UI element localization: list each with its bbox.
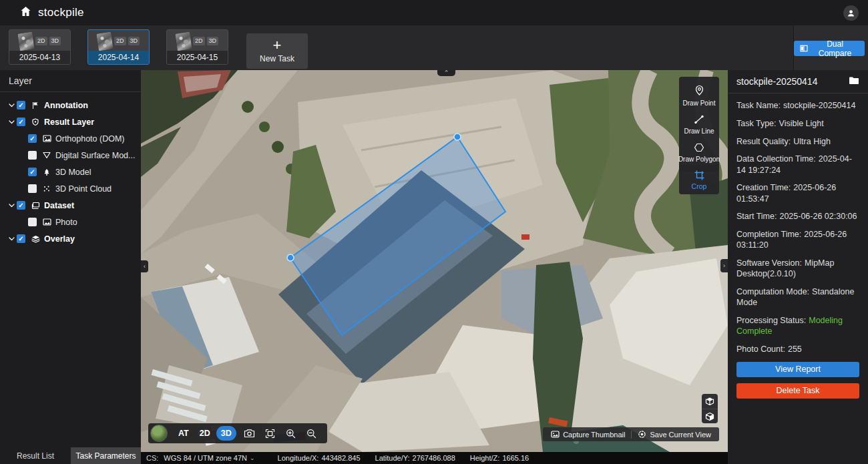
task-date: 2025-04-15 [167, 51, 228, 64]
height-readout: Height/Z:1665.16 [470, 454, 529, 462]
layer-row-3d-point-cloud[interactable]: 3D Point Cloud [0, 180, 141, 197]
layer-label: 3D Model [55, 168, 91, 177]
fit-view-button[interactable] [263, 426, 278, 441]
3d-view-button[interactable]: 3D [216, 426, 236, 441]
cs-value[interactable]: WGS 84 / UTM zone 47N [164, 454, 247, 462]
user-avatar[interactable] [843, 5, 859, 21]
draw-polygon-label: Draw Polygon [678, 156, 720, 163]
chevron-down-icon[interactable] [9, 103, 17, 107]
badge-2d[interactable]: 2D [35, 37, 47, 45]
checkbox[interactable] [28, 218, 37, 226]
layer-row-annotation[interactable]: ✓ Annotation [0, 97, 141, 113]
badge-3d[interactable]: 3D [128, 37, 140, 45]
checkbox[interactable]: ✓ [17, 118, 25, 126]
field-task-name: Task Name:stockpile-20250414 [736, 100, 859, 111]
tab-result-list[interactable]: Result List [0, 447, 71, 464]
draw-point-tool[interactable]: Draw Point [679, 81, 719, 111]
field-data-collection-time: Data Collection Time:2025-04-14 19:27:24 [736, 154, 859, 176]
delete-task-button[interactable]: Delete Task [736, 383, 859, 399]
layer-label: 3D Point Cloud [55, 184, 112, 194]
draw-polygon-tool[interactable]: Draw Polygon [679, 140, 719, 168]
2d-view-button[interactable]: 2D [195, 426, 215, 441]
camera-icon [244, 429, 255, 438]
cube-side-view-button[interactable] [702, 409, 718, 423]
at-view-button[interactable]: AT [174, 426, 194, 441]
checkbox[interactable]: ✓ [17, 201, 25, 210]
photo-icon [42, 218, 51, 226]
view-mode-group: AT 2D 3D [174, 426, 236, 441]
point-cloud-icon [42, 185, 51, 193]
triangle-down-icon [42, 152, 51, 159]
task-panel-body: Task Name:stockpile-20250414 Task Type:V… [728, 93, 868, 399]
aerial-map-viewport[interactable]: ⌃ ‹ › Draw Point Draw Line Draw Pol [141, 70, 728, 452]
checkbox[interactable]: ✓ [17, 101, 25, 109]
badge-2d[interactable]: 2D [193, 37, 205, 45]
bottom-tabs: Result List Task Parameters [0, 447, 141, 464]
checkbox[interactable]: ✓ [17, 234, 25, 243]
cube-side-icon [705, 412, 714, 421]
task-card-2025-04-15[interactable]: 2D 3D 2025-04-15 [166, 29, 228, 65]
dual-compare-button[interactable]: Dual Compare [794, 41, 865, 56]
layer-row-result-layer[interactable]: ✓ Result Layer [0, 113, 141, 130]
chevron-left-icon: ‹ [144, 264, 146, 270]
folder-icon[interactable] [849, 75, 859, 87]
layer-label: Result Layer [44, 118, 94, 127]
layer-row-overlay[interactable]: ✓ Overlay [0, 230, 141, 247]
cs-label: CS: [146, 454, 158, 462]
layer-label: Orthophoto (DOM) [55, 134, 125, 144]
layer-label: Dataset [44, 201, 74, 210]
aerial-imagery [141, 70, 728, 452]
task-thumb-zone: 2D 3D [9, 30, 70, 51]
chevron-down-icon[interactable] [9, 120, 17, 124]
checkbox[interactable] [28, 151, 37, 160]
task-panel-title: stockpile-20250414 [736, 76, 849, 87]
draw-line-tool[interactable]: Draw Line [679, 111, 719, 140]
plus-icon: + [273, 39, 282, 52]
badge-2d[interactable]: 2D [114, 37, 126, 45]
layer-row-orthophoto[interactable]: ✓ Orthophoto (DOM) [0, 130, 141, 147]
checkbox[interactable]: ✓ [28, 134, 37, 143]
zoom-out-button[interactable] [304, 426, 319, 441]
checkbox[interactable]: ✓ [28, 168, 37, 176]
task-card-2025-04-14[interactable]: 2D 3D 2025-04-14 [87, 29, 150, 65]
field-task-type: Task Type:Visible Light [736, 118, 859, 129]
task-thumbnail-image [96, 31, 113, 51]
field-completion-time: Completion Time:2025-06-26 03:11:20 [736, 229, 859, 251]
mini-map-globe[interactable] [150, 425, 168, 442]
collapse-top-panel-button[interactable]: ⌃ [437, 70, 455, 76]
view-report-button[interactable]: View Report [736, 362, 859, 377]
cube-top-view-button[interactable] [702, 394, 718, 409]
chevron-down-icon[interactable] [9, 237, 17, 241]
task-panel-header: stockpile-20250414 [728, 70, 868, 93]
layer-label: Overlay [44, 234, 75, 244]
map-bottom-toolbar: AT 2D 3D [148, 423, 327, 443]
layer-row-dataset[interactable]: ✓ Dataset [0, 197, 141, 214]
badge-3d[interactable]: 3D [207, 37, 219, 45]
camera-button[interactable] [242, 426, 257, 441]
zoom-in-button[interactable] [284, 426, 298, 441]
chevron-down-icon[interactable] [9, 204, 17, 208]
crop-tool[interactable]: Crop [679, 165, 719, 194]
save-current-view-label: Save Current View [650, 431, 711, 439]
tab-task-parameters[interactable]: Task Parameters [71, 447, 141, 464]
task-card-2025-04-13[interactable]: 2D 3D 2025-04-13 [9, 29, 71, 65]
collapse-right-panel-button[interactable]: › [720, 259, 728, 272]
chevron-down-icon[interactable]: ⌄ [250, 455, 255, 461]
home-icon[interactable] [20, 6, 31, 19]
save-current-view-button[interactable]: Save Current View [635, 430, 714, 439]
layer-row-dsm[interactable]: Digital Surface Mod... [0, 147, 141, 164]
checkbox[interactable] [28, 184, 37, 193]
draw-toolbar: Draw Point Draw Line Draw Polygon [679, 77, 719, 172]
divider [631, 431, 632, 439]
polygon-vertex-handle[interactable] [454, 134, 461, 140]
polygon-vertex-handle[interactable] [287, 254, 294, 261]
layer-row-photo[interactable]: Photo [0, 214, 141, 230]
overlay-layers-icon [31, 235, 40, 243]
new-task-button[interactable]: + New Task [246, 33, 308, 69]
field-processing-status: Processing Status:Modeling Complete [736, 315, 859, 337]
save-view-icon [638, 430, 646, 439]
capture-thumbnail-button[interactable]: Capture Thumbnail [548, 431, 628, 439]
collapse-left-panel-button[interactable]: ‹ [141, 260, 148, 272]
layer-row-3d-model[interactable]: ✓ 3D Model [0, 164, 141, 180]
badge-3d[interactable]: 3D [49, 37, 61, 45]
